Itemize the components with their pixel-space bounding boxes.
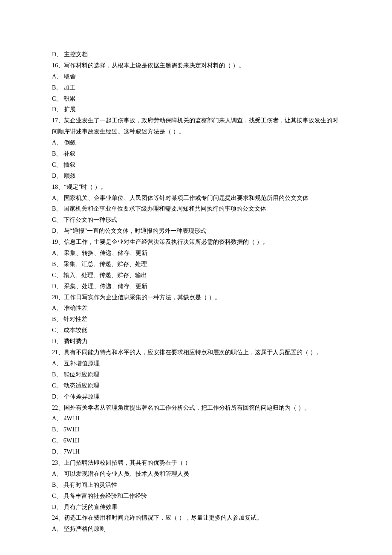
text-line: C、 积累 (52, 93, 340, 104)
text-line: D、 与“通报”一直的公文文体，时通报的另外一种表现形式 (52, 225, 340, 237)
text-line: 18、“规定”时（ ）。 (52, 182, 340, 193)
text-line: D、 个体差异原理 (52, 391, 340, 402)
text-line: D、 具有广泛的宣传效果 (52, 502, 340, 513)
text-line: A、 国家机关、企事业单位、人民团体等针对某项工作或专门问题提出要求和规范所用的… (52, 193, 340, 204)
text-line: A、 4W1H (52, 413, 340, 424)
text-line: B、 针对性差 (52, 314, 340, 325)
text-line: B、 具有时间上的灵活性 (52, 480, 340, 491)
text-line: A、 坚持严格的原则 (52, 523, 340, 535)
text-line: A、 采集、转换、传递、储存、更新 (52, 248, 340, 259)
text-line: 24、初选工作在费用和时间允许的情况下，应（ ），尽量让更多的人参加复试。 (52, 512, 340, 523)
text-line: A、 准确性差 (52, 303, 340, 314)
text-line: D、 7W1H (52, 446, 340, 457)
text-line: B、 加工 (52, 82, 340, 93)
text-line: B、 补叙 (52, 148, 340, 159)
text-line: C、 下行公文的一种形式 (52, 214, 340, 225)
text-line: A、 倒叙 (52, 137, 340, 148)
text-line: 17、某企业发生了一起工伤事故，政府劳动保障机关的监察部门来人调查，找受工伤者，… (52, 115, 340, 137)
text-line: B、 5W1H (52, 424, 340, 435)
text-line: D、 费时费力 (52, 336, 340, 347)
text-line: 16、写作材料的选择，从根本上说是依据主题需要来决定对材料的（ ）。 (52, 60, 340, 71)
text-line: C、 动态适应原理 (52, 380, 340, 391)
text-line: D、 采集、处理、传递、储存、更新 (52, 281, 340, 292)
text-line: 20、工作日写实作为企业信息采集的一种方法，其缺点是（ ）。 (52, 292, 340, 303)
text-line: 23、上门招聘法即校园招聘，其具有的优势在于（ ） (52, 457, 340, 468)
text-line: B、 能位对应原理 (52, 369, 340, 380)
text-line: C、 具备丰富的社会经验和工作经验 (52, 491, 340, 502)
text-line: C、 插叙 (52, 159, 340, 171)
text-line: B、 采集、汇总、传递、贮存、处理 (52, 259, 340, 270)
text-line: C、 成本较低 (52, 325, 340, 336)
text-line: D、 主控文档 (52, 49, 340, 60)
text-line: 19、信息工作，主要是企业对生产经营决策及执行决策所必需的资料数据的（ ）。 (52, 237, 340, 248)
text-line: B、 国家机关和企事业单位要求下级办理和需要周知和共同执行的事项的公文文体 (52, 203, 340, 214)
text-line: 21、具有不同能力特点和水平的人，应安排在要求相应特点和层次的职位上，这属于人员… (52, 347, 340, 358)
text-line: C、 6W1H (52, 435, 340, 446)
text-line: D、 顺叙 (52, 171, 340, 182)
text-line: A、 互补增值原理 (52, 358, 340, 369)
text-line: D、 扩展 (52, 104, 340, 115)
text-line: A、 可以发现潜在的专业人员、技术人员和管理人员 (52, 468, 340, 480)
text-line: A、 取舍 (52, 71, 340, 82)
text-line: 22、国外有关学者从管理角度提出著名的工作分析公式，把工作分析所有回答的问题归纳… (52, 402, 340, 413)
text-line: C、 输入、处理、传递、贮存、输出 (52, 270, 340, 281)
